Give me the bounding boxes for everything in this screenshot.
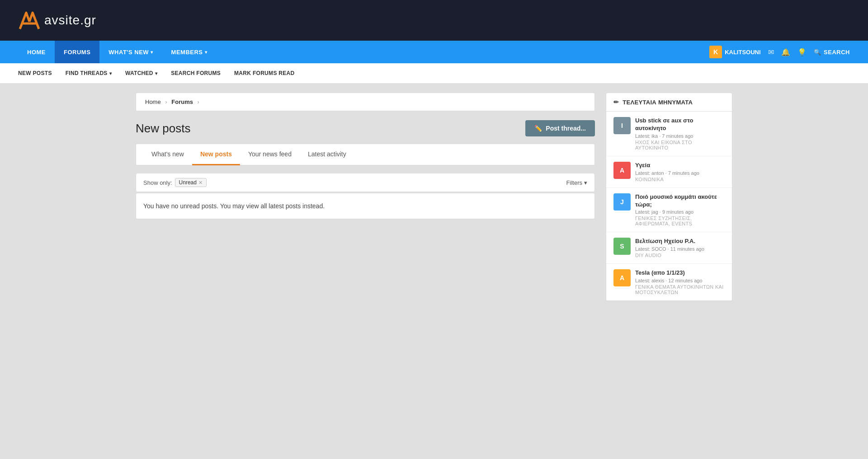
sidebar-item-forum: ΓΕΝΙΚΑ ΘΕΜΑΤΑ ΑΥΤΟΚΙΝΗΤΩΝ ΚΑΙ ΜΟΤΟΣΥΚΛΕΤ… <box>635 284 725 295</box>
logo-area[interactable]: avsite.gr <box>18 9 96 32</box>
sidebar-item-content: Υγεία Latest: anton · 7 minutes ago ΚΟΙΝ… <box>635 162 725 182</box>
pencil-icon: ✏ <box>613 98 619 106</box>
sidebar-item-meta: Latest: ika · 7 minutes ago <box>635 133 725 139</box>
filter-bar: Show only: Unread ✕ Filters ▾ <box>136 173 595 192</box>
post-thread-icon: ✏️ <box>534 125 542 132</box>
main-container: Home › Forums › New posts ✏️ Post thread… <box>118 84 750 310</box>
sidebar: ✏ ΤΕΛΕΥΤΑΙΑ ΜΗΝΥΜΑΤΑ I Usb stick σε aux … <box>606 93 732 301</box>
subnav-find-threads[interactable]: FIND THREADS ▾ <box>66 70 112 76</box>
avatar-letter: J <box>613 193 631 211</box>
breadcrumb-sep1: › <box>165 98 167 105</box>
sidebar-item-forum: ΓΕΝΙΚΕΣ ΣΥΖΗΤΗΣΕΙΣ, ΑΦΙΕΡΩΜΑΤΑ, EVENTS <box>635 215 725 226</box>
sidebar-item-meta: Latest: SOCO · 11 minutes ago <box>635 246 725 252</box>
post-thread-button[interactable]: ✏️ Post thread... <box>525 120 595 136</box>
avatar-letter: I <box>613 117 631 134</box>
nav-members[interactable]: MEMBERS ▾ <box>162 41 216 63</box>
nav-user[interactable]: K KALITSOUNI <box>709 46 760 58</box>
whats-new-dropdown-arrow: ▾ <box>151 50 153 55</box>
show-only-label: Show only: <box>143 179 172 186</box>
sub-nav: NEW POSTS FIND THREADS ▾ WATCHED ▾ SEARC… <box>0 63 868 84</box>
subnav-new-posts[interactable]: NEW POSTS <box>18 70 52 76</box>
sidebar-list-item: I Usb stick σε aux στο αυτοκίνητο Latest… <box>606 112 732 156</box>
page-title: New posts <box>136 122 190 136</box>
tab-whats-new[interactable]: What's new <box>143 144 192 165</box>
filters-arrow: ▾ <box>584 179 587 186</box>
sidebar-item-forum: ΚΟΙΝΩΝΙΚΑ <box>635 177 725 182</box>
site-header: avsite.gr <box>0 0 868 41</box>
user-avatar: K <box>709 46 722 58</box>
sidebar-item-title[interactable]: Ποιό μουσικό κομμάτι ακούτε τώρα; <box>635 193 725 209</box>
sidebar-item-title[interactable]: Tesla (απο 1/1/23) <box>635 269 725 277</box>
no-posts-message: You have no unread posts. You may view a… <box>136 193 595 219</box>
nav-home[interactable]: HOME <box>18 41 55 63</box>
tab-latest-activity[interactable]: Latest activity <box>300 144 354 165</box>
unread-tag-close[interactable]: ✕ <box>198 180 203 186</box>
sidebar-widget-header: ✏ ΤΕΛΕΥΤΑΙΑ ΜΗΝΥΜΑΤΑ <box>606 93 732 112</box>
sidebar-avatar: J <box>613 193 631 211</box>
sidebar-avatar: A <box>613 162 631 179</box>
nav-right: K KALITSOUNI ✉ 🔔 💡 🔍 SEARCH <box>709 41 850 63</box>
sidebar-list-item: A Υγεία Latest: anton · 7 minutes ago ΚΟ… <box>606 156 732 188</box>
sidebar-widget-title: ΤΕΛΕΥΤΑΙΑ ΜΗΝΥΜΑΤΑ <box>623 99 693 106</box>
filters-label: Filters <box>566 179 582 186</box>
sidebar-item-title[interactable]: Βελτίωση Ηχείου P.A. <box>635 238 725 245</box>
sidebar-list-item: J Ποιό μουσικό κομμάτι ακούτε τώρα; Late… <box>606 188 732 233</box>
mail-icon[interactable]: ✉ <box>768 48 774 56</box>
page-header: New posts ✏️ Post thread... <box>136 120 595 136</box>
tab-your-news-feed[interactable]: Your news feed <box>240 144 300 165</box>
sidebar-list-item: A Tesla (απο 1/1/23) Latest: alexis · 12… <box>606 264 732 300</box>
filters-button[interactable]: Filters ▾ <box>566 179 587 186</box>
unread-tag-label: Unread <box>179 179 197 186</box>
sidebar-item-meta: Latest: anton · 7 minutes ago <box>635 170 725 176</box>
sidebar-item-meta: Latest: jag · 9 minutes ago <box>635 209 725 215</box>
content-area: Home › Forums › New posts ✏️ Post thread… <box>136 93 595 301</box>
sidebar-item-title[interactable]: Usb stick σε aux στο αυτοκίνητο <box>635 117 725 132</box>
breadcrumb-sep2: › <box>198 98 199 105</box>
sidebar-item-forum: DIY AUDIO <box>635 253 725 258</box>
breadcrumb-home[interactable]: Home <box>145 98 161 105</box>
breadcrumb: Home › Forums › <box>136 93 595 111</box>
avatar-letter: A <box>613 162 631 179</box>
user-name: KALITSOUNI <box>725 49 760 56</box>
sidebar-item-forum: ΗΧΟΣ ΚΑΙ ΕΙΚΟΝΑ ΣΤΟ ΑΥΤΟΚΙΝΗΤΟ <box>635 140 725 150</box>
nav-bar: HOME FORUMS WHAT'S NEW ▾ MEMBERS ▾ K KAL… <box>0 41 868 63</box>
unread-tag[interactable]: Unread ✕ <box>175 178 207 187</box>
lightbulb-icon[interactable]: 💡 <box>797 48 807 56</box>
search-icon: 🔍 <box>814 49 821 56</box>
sidebar-item-content: Βελτίωση Ηχείου P.A. Latest: SOCO · 11 m… <box>635 238 725 258</box>
bell-icon[interactable]: 🔔 <box>781 48 790 56</box>
sidebar-list-item: S Βελτίωση Ηχείου P.A. Latest: SOCO · 11… <box>606 232 732 264</box>
avatar-letter: S <box>613 238 631 255</box>
no-posts-text: You have no unread posts. You may view a… <box>143 202 325 210</box>
members-dropdown-arrow: ▾ <box>205 50 208 55</box>
show-only-area: Show only: Unread ✕ <box>143 178 207 187</box>
sidebar-item-content: Tesla (απο 1/1/23) Latest: alexis · 12 m… <box>635 269 725 295</box>
sidebar-item-meta: Latest: alexis · 12 minutes ago <box>635 278 725 283</box>
avatar-letter: A <box>613 269 631 286</box>
sidebar-item-content: Usb stick σε aux στο αυτοκίνητο Latest: … <box>635 117 725 150</box>
nav-whats-new[interactable]: WHAT'S NEW ▾ <box>99 41 162 63</box>
sidebar-item-title[interactable]: Υγεία <box>635 162 725 169</box>
sidebar-avatar: I <box>613 117 631 134</box>
search-button[interactable]: 🔍 SEARCH <box>814 49 850 56</box>
sidebar-avatar: S <box>613 238 631 255</box>
nav-left: HOME FORUMS WHAT'S NEW ▾ MEMBERS ▾ <box>18 41 709 63</box>
watched-arrow: ▾ <box>155 71 157 76</box>
post-thread-label: Post thread... <box>546 125 586 132</box>
tab-new-posts[interactable]: New posts <box>192 144 240 165</box>
subnav-mark-read[interactable]: MARK FORUMS READ <box>234 70 294 76</box>
tabs-header: What's new New posts Your news feed Late… <box>136 144 594 165</box>
find-threads-arrow: ▾ <box>109 71 112 76</box>
logo-icon <box>18 9 41 32</box>
breadcrumb-current: Forums <box>171 98 193 105</box>
subnav-search-forums[interactable]: SEARCH FORUMS <box>171 70 221 76</box>
site-name: avsite.gr <box>44 13 96 28</box>
sidebar-widget-latest: ✏ ΤΕΛΕΥΤΑΙΑ ΜΗΝΥΜΑΤΑ I Usb stick σε aux … <box>606 93 732 301</box>
sidebar-avatar: A <box>613 269 631 286</box>
tabs-container: What's new New posts Your news feed Late… <box>136 144 595 166</box>
subnav-watched[interactable]: WATCHED ▾ <box>125 70 157 76</box>
sidebar-item-content: Ποιό μουσικό κομμάτι ακούτε τώρα; Latest… <box>635 193 725 227</box>
nav-forums[interactable]: FORUMS <box>55 41 99 63</box>
